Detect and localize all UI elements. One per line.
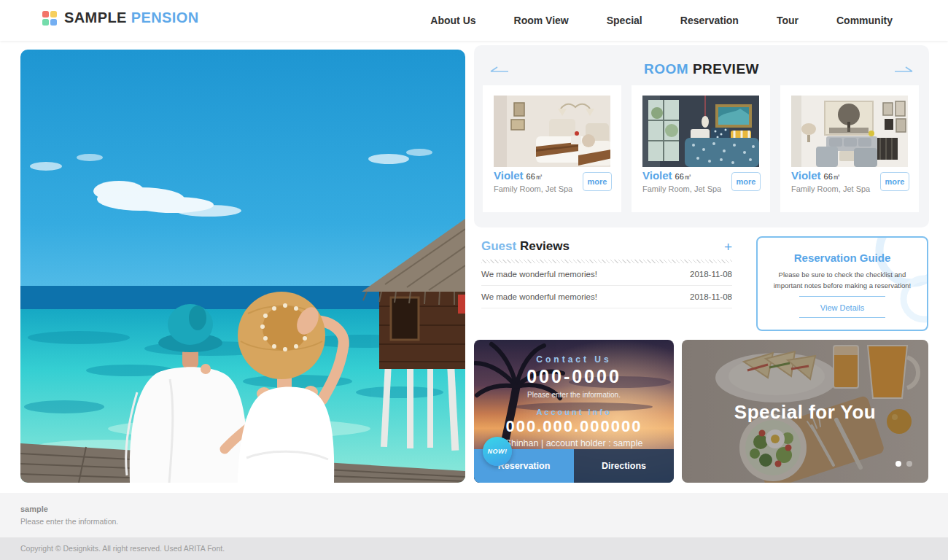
room-name-row: Violet 66㎡ bbox=[642, 169, 692, 182]
room-size: 66㎡ bbox=[675, 171, 692, 182]
plus-icon[interactable]: + bbox=[724, 240, 732, 254]
nav-item-community[interactable]: Community bbox=[836, 15, 893, 26]
room-more-button[interactable]: more bbox=[583, 172, 612, 191]
guest-reviews-section: Guest Reviews + We made wonderful memori… bbox=[481, 238, 732, 308]
carousel-dot[interactable] bbox=[906, 461, 912, 467]
guest-reviews-title-rest: Reviews bbox=[520, 239, 570, 253]
room-desc: Family Room, Jet Spa bbox=[494, 184, 572, 193]
guide-link-wrap: View Details bbox=[799, 296, 885, 318]
review-date: 2018-11-08 bbox=[690, 292, 732, 301]
special-for-you-card[interactable]: Special for You bbox=[682, 340, 928, 483]
footer-site-name: sample bbox=[20, 505, 48, 513]
review-row[interactable]: We made wonderful memories! 2018-11-08 bbox=[481, 286, 732, 308]
guest-reviews-title: Guest Reviews bbox=[481, 239, 570, 254]
page: { "header": { "logo_primary": "SAMPLE", … bbox=[0, 0, 948, 560]
review-text: We made wonderful memories! bbox=[481, 270, 597, 279]
view-details-link[interactable]: View Details bbox=[820, 303, 864, 312]
now-badge: NOW! bbox=[483, 437, 512, 466]
logo-text-primary: SAMPLE bbox=[64, 9, 127, 26]
carousel-dot-active[interactable] bbox=[895, 461, 901, 467]
room-desc: Family Room, Jet Spa bbox=[642, 184, 721, 193]
hero-beach-illustration bbox=[20, 50, 465, 483]
room-name: Violet bbox=[494, 169, 524, 182]
nav-item-room-view[interactable]: Room View bbox=[514, 15, 569, 26]
contact-card: Contact Us 000-0000 Please enter the inf… bbox=[474, 340, 674, 483]
logo-text-accent: PENSION bbox=[131, 9, 199, 26]
room-more-button[interactable]: more bbox=[731, 172, 761, 191]
footer-note: Please enter the information. bbox=[20, 517, 118, 526]
guest-reviews-title-accent: Guest bbox=[481, 239, 516, 253]
room-name-row: Violet 66㎡ bbox=[791, 169, 841, 182]
room-name: Violet bbox=[791, 169, 821, 182]
room-preview-title-rest: PREVIEW bbox=[693, 61, 759, 77]
logo[interactable]: SAMPLE PENSION bbox=[42, 9, 199, 26]
nav-item-about-us[interactable]: About Us bbox=[430, 15, 475, 26]
logo-text: SAMPLE PENSION bbox=[64, 9, 199, 26]
room-preview-title: ROOM PREVIEW bbox=[474, 61, 929, 77]
contact-phone-number: 000-0000 bbox=[474, 366, 674, 387]
copyright-text: Copyright © Designkits. All right reserv… bbox=[20, 544, 225, 553]
room-card[interactable]: Violet 66㎡ Family Room, Jet Spa more bbox=[483, 85, 621, 212]
review-date: 2018-11-08 bbox=[690, 270, 732, 279]
room-size: 66㎡ bbox=[824, 171, 841, 182]
nav-item-special[interactable]: Special bbox=[607, 15, 642, 26]
logo-squares-icon bbox=[42, 11, 57, 26]
guide-title: Reservation Guide bbox=[758, 252, 927, 264]
room-card-list: Violet 66㎡ Family Room, Jet Spa more bbox=[483, 85, 919, 212]
review-text: We made wonderful memories! bbox=[481, 292, 597, 301]
carousel-dots bbox=[895, 461, 912, 467]
reservation-guide-card: Reservation Guide Please be sure to chec… bbox=[756, 236, 928, 331]
contact-title: Contact Us bbox=[474, 354, 674, 365]
account-number: 000.000.000000 bbox=[474, 417, 674, 436]
room-size: 66㎡ bbox=[527, 171, 543, 182]
room-card[interactable]: Violet 66㎡ Family Room, Jet Spa more bbox=[632, 85, 770, 212]
room-preview-title-accent: ROOM bbox=[644, 61, 688, 77]
copyright-bar: Copyright © Designkits. All right reserv… bbox=[0, 537, 948, 560]
room-more-button[interactable]: more bbox=[880, 172, 909, 191]
room-photo-dark-bedroom bbox=[642, 96, 759, 167]
nav-item-reservation[interactable]: Reservation bbox=[680, 15, 739, 26]
next-arrow-icon[interactable] bbox=[893, 64, 914, 74]
nav-item-tour[interactable]: Tour bbox=[777, 15, 799, 26]
hero-beach-photo bbox=[20, 50, 465, 483]
room-name: Violet bbox=[642, 169, 672, 182]
top-header: SAMPLE PENSION About Us Room View Specia… bbox=[0, 0, 948, 41]
footer: sample Please enter the information. bbox=[0, 493, 948, 537]
review-row[interactable]: We made wonderful memories! 2018-11-08 bbox=[481, 263, 732, 286]
guide-body: Please be sure to check the checklist an… bbox=[758, 270, 927, 291]
account-info-title: Account Info bbox=[474, 408, 674, 416]
directions-button[interactable]: Directions bbox=[574, 449, 674, 483]
special-title: Special for You bbox=[682, 401, 928, 424]
room-photo-living-room bbox=[791, 96, 908, 167]
room-card[interactable]: Violet 66㎡ Family Room, Jet Spa more bbox=[780, 85, 919, 212]
contact-note: Please enter the information. bbox=[474, 391, 674, 399]
room-preview-section: ROOM PREVIEW bbox=[474, 45, 929, 228]
room-photo-white-bedroom bbox=[494, 96, 610, 167]
room-desc: Family Room, Jet Spa bbox=[791, 184, 870, 193]
contact-content: Contact Us 000-0000 Please enter the inf… bbox=[474, 354, 674, 448]
room-name-row: Violet 66㎡ bbox=[494, 169, 543, 182]
main-nav: About Us Room View Special Reservation T… bbox=[430, 0, 893, 41]
